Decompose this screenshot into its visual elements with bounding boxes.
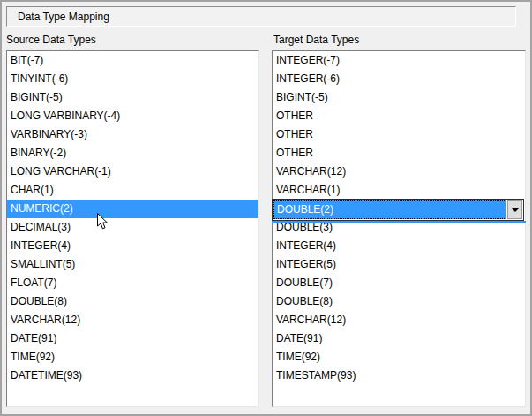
target-type-item[interactable]: DATE(91) bbox=[273, 329, 525, 348]
target-type-item[interactable]: TIME(92) bbox=[273, 348, 525, 367]
source-type-item[interactable]: INTEGER(4) bbox=[7, 237, 258, 255]
source-type-item[interactable]: SMALLINT(5) bbox=[7, 255, 258, 274]
target-type-item[interactable]: INTEGER(-6) bbox=[273, 70, 525, 88]
target-type-item[interactable]: DOUBLE(7) bbox=[273, 274, 525, 292]
target-type-item[interactable]: OTHER bbox=[273, 107, 525, 125]
target-type-combobox[interactable]: DOUBLE(2) bbox=[272, 199, 524, 221]
target-type-item[interactable]: OTHER bbox=[273, 125, 525, 144]
target-list-label: Target Data Types bbox=[273, 34, 359, 46]
target-data-types-listbox[interactable]: INTEGER(-7)INTEGER(-6)BIGINT(-5)OTHEROTH… bbox=[272, 50, 526, 407]
source-type-item[interactable]: NUMERIC(2) bbox=[7, 200, 258, 218]
target-type-item[interactable]: OTHER bbox=[273, 144, 525, 163]
target-type-item[interactable]: VARCHAR(1) bbox=[273, 181, 525, 200]
source-type-item[interactable]: DOUBLE(8) bbox=[7, 292, 258, 311]
chevron-down-icon bbox=[512, 208, 519, 212]
target-type-item[interactable]: VARCHAR(12) bbox=[273, 163, 525, 181]
source-type-item[interactable]: VARCHAR(12) bbox=[7, 311, 258, 329]
source-type-item[interactable]: DATE(91) bbox=[7, 329, 258, 348]
source-type-item[interactable]: LONG VARBINARY(-4) bbox=[7, 107, 258, 125]
dialog-header: Data Type Mapping bbox=[6, 6, 516, 27]
combobox-value-field[interactable]: DOUBLE(2) bbox=[273, 200, 506, 219]
source-type-item[interactable]: FLOAT(7) bbox=[7, 274, 258, 292]
combobox-underline bbox=[272, 221, 526, 223]
target-type-item[interactable]: TIMESTAMP(93) bbox=[273, 367, 525, 385]
source-type-item[interactable]: BIGINT(-5) bbox=[7, 88, 258, 107]
source-type-item[interactable]: DATETIME(93) bbox=[7, 367, 258, 385]
source-type-item[interactable]: BINARY(-2) bbox=[7, 144, 258, 163]
target-type-item[interactable]: INTEGER(5) bbox=[273, 255, 525, 274]
source-type-item[interactable]: TIME(92) bbox=[7, 348, 258, 367]
combobox-dropdown-button[interactable] bbox=[507, 200, 522, 219]
source-type-item[interactable]: CHAR(1) bbox=[7, 181, 258, 200]
source-type-item[interactable]: DECIMAL(3) bbox=[7, 218, 258, 237]
target-type-item[interactable]: INTEGER(-7) bbox=[273, 51, 525, 70]
source-data-types-listbox[interactable]: BIT(-7)TINYINT(-6)BIGINT(-5)LONG VARBINA… bbox=[6, 50, 259, 407]
source-list-rows: BIT(-7)TINYINT(-6)BIGINT(-5)LONG VARBINA… bbox=[7, 51, 258, 406]
source-type-item[interactable]: TINYINT(-6) bbox=[7, 70, 258, 88]
target-type-item[interactable]: DOUBLE(8) bbox=[273, 292, 525, 311]
target-type-item[interactable]: INTEGER(4) bbox=[273, 237, 525, 255]
page-title: Data Type Mapping bbox=[18, 11, 109, 23]
target-list-rows: INTEGER(-7)INTEGER(-6)BIGINT(-5)OTHEROTH… bbox=[273, 51, 525, 406]
source-type-item[interactable]: LONG VARCHAR(-1) bbox=[7, 163, 258, 181]
target-type-item[interactable]: BIGINT(-5) bbox=[273, 88, 525, 107]
source-type-item[interactable]: BIT(-7) bbox=[7, 51, 258, 70]
data-type-mapping-window: Data Type Mapping Source Data Types Targ… bbox=[0, 0, 532, 416]
source-list-label: Source Data Types bbox=[6, 34, 96, 46]
source-type-item[interactable]: VARBINARY(-3) bbox=[7, 125, 258, 144]
target-type-item[interactable]: VARCHAR(12) bbox=[273, 311, 525, 329]
